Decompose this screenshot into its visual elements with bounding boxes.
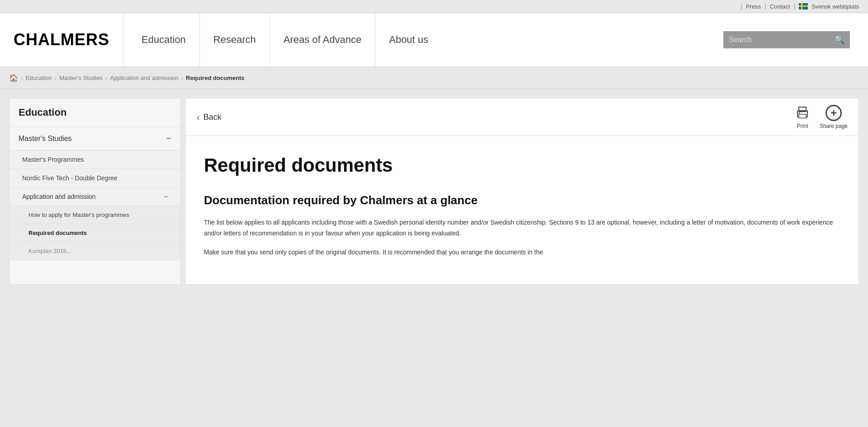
breadcrumb-education[interactable]: Education bbox=[26, 75, 52, 81]
nav-item-areas[interactable]: Areas of Advance bbox=[270, 13, 375, 66]
search-input[interactable] bbox=[729, 36, 835, 44]
swedish-flag-icon bbox=[799, 3, 808, 9]
contact-link[interactable]: Contact bbox=[770, 3, 790, 10]
breadcrumb-sep-3: › bbox=[105, 75, 108, 82]
content-paragraph-1: The list below applies to all applicants… bbox=[204, 217, 840, 239]
svg-rect-2 bbox=[799, 114, 806, 118]
section-title: Documentation required by Chalmers at a … bbox=[204, 193, 840, 208]
svg-point-3 bbox=[799, 113, 800, 114]
print-icon bbox=[794, 105, 811, 121]
content-paragraph-2: Make sure that you send only copies of t… bbox=[204, 247, 840, 258]
nav-item-education[interactable]: Education bbox=[128, 13, 200, 66]
top-bar: | Press | Contact | Svensk webbplats bbox=[0, 0, 868, 13]
content-toolbar: ‹ Back Print + bbox=[186, 99, 859, 136]
breadcrumb-sep-2: › bbox=[55, 75, 57, 82]
search-box[interactable]: 🔍 bbox=[723, 31, 850, 48]
search-area: 🔍 bbox=[714, 13, 859, 66]
sidebar-masters-studies[interactable]: Master's Studies − bbox=[9, 127, 180, 150]
sidebar-masters-toggle: − bbox=[166, 133, 171, 144]
sidebar-item-how-to-apply[interactable]: How to apply for Master's programmes bbox=[9, 206, 180, 224]
page-title: Required documents bbox=[204, 154, 840, 177]
sidebar-item-nordic-five[interactable]: Nordic Five Tech - Double Degree bbox=[9, 169, 180, 188]
sidebar-title: Education bbox=[9, 99, 180, 127]
sidebar-more-item: Kursplan 2015... bbox=[9, 242, 180, 260]
nav-item-about[interactable]: About us bbox=[375, 13, 442, 66]
breadcrumb-masters[interactable]: Master's Studies bbox=[59, 75, 103, 81]
breadcrumb-sep-4: › bbox=[181, 75, 184, 82]
nav-item-research[interactable]: Research bbox=[200, 13, 270, 66]
swedish-link[interactable]: Svensk webbplats bbox=[799, 3, 859, 10]
share-action[interactable]: + Share page bbox=[820, 105, 848, 129]
breadcrumb-sep-1: › bbox=[21, 75, 23, 82]
back-button[interactable]: ‹ Back bbox=[197, 112, 222, 122]
sidebar-app-toggle: − bbox=[164, 193, 168, 200]
sidebar: Education Master's Studies − Master's Pr… bbox=[9, 98, 181, 285]
press-link[interactable]: Press bbox=[746, 3, 761, 10]
sidebar-item-masters-programmes[interactable]: Master's Programmes bbox=[9, 150, 180, 169]
breadcrumb-current: Required documents bbox=[186, 75, 244, 81]
content-body: Required documents Documentation require… bbox=[186, 136, 859, 284]
site-logo[interactable]: CHALMERS bbox=[14, 30, 109, 49]
breadcrumb-application[interactable]: Application and admission bbox=[110, 75, 179, 81]
back-chevron-icon: ‹ bbox=[197, 112, 200, 122]
main-nav: CHALMERS Education Research Areas of Adv… bbox=[0, 13, 868, 67]
nav-links: Education Research Areas of Advance Abou… bbox=[128, 13, 714, 66]
share-icon: + bbox=[826, 105, 842, 121]
search-icon: 🔍 bbox=[835, 35, 844, 45]
home-icon[interactable]: 🏠 bbox=[9, 74, 18, 82]
sidebar-app-admission[interactable]: Application and admission − bbox=[9, 188, 180, 206]
content-wrapper: Education Master's Studies − Master's Pr… bbox=[0, 89, 868, 294]
logo-area: CHALMERS bbox=[9, 13, 123, 66]
breadcrumb: 🏠 › Education › Master's Studies › Appli… bbox=[0, 67, 868, 89]
print-action[interactable]: Print bbox=[794, 105, 811, 129]
toolbar-actions: Print + Share page bbox=[794, 105, 848, 129]
main-content: ‹ Back Print + bbox=[185, 98, 859, 285]
sidebar-item-required-docs[interactable]: Required documents bbox=[9, 224, 180, 242]
